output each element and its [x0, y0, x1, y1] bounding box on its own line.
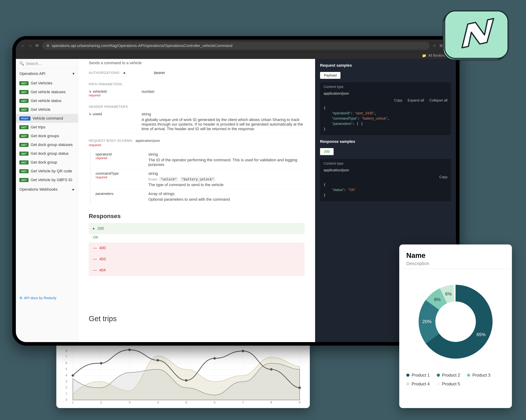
svg-text:4: 4 — [157, 401, 159, 404]
copy-button[interactable]: Copy — [439, 175, 447, 179]
donut-subtitle: Description — [406, 261, 505, 266]
back-icon[interactable]: ← — [21, 44, 25, 48]
responses-heading: Responses — [89, 213, 304, 219]
donut-chart: 65%20%8%6% — [410, 276, 501, 367]
donut-slice-label: 20% — [422, 319, 432, 324]
screen: ← → ⟳ ⚙ operations.api.urbansharing.com/… — [16, 39, 456, 342]
collapse-all-button[interactable]: Collapse all — [429, 98, 447, 102]
legend-swatch — [437, 382, 440, 386]
method-badge: POST — [19, 117, 30, 120]
method-badge: GET — [19, 108, 29, 112]
param-row: commandTyperequired string Enum: "unlock… — [96, 169, 304, 189]
sidebar-item[interactable]: GETGet dock group — [16, 158, 78, 167]
body-schema-label: REQUEST BODY SCHEMA: — [89, 139, 133, 142]
forward-icon[interactable]: → — [28, 44, 32, 48]
section-operations-api[interactable]: Operations API ▾ — [16, 68, 78, 79]
donut-slice-label: 8% — [434, 297, 441, 302]
legend-item: Product 5 — [437, 381, 460, 386]
legend-swatch — [406, 382, 409, 386]
sidebar-item[interactable]: GETGet vehicle statuses — [16, 88, 78, 96]
search-icon: 🔍 — [19, 61, 24, 66]
method-badge: GET — [19, 125, 29, 129]
legend-swatch — [437, 374, 440, 377]
expand-all-button[interactable]: Expand all — [407, 98, 424, 102]
svg-text:8: 8 — [270, 401, 272, 404]
sidebar-item[interactable]: GETGet vehicle status — [16, 96, 78, 105]
svg-text:1: 1 — [65, 392, 67, 395]
sidebar-item[interactable]: POSTVehicle command — [16, 114, 78, 123]
browser-chrome: ← → ⟳ ⚙ operations.api.urbansharing.com/… — [16, 39, 456, 52]
donut-card: Name Description 65%20%8%6% Product 1Pro… — [399, 244, 512, 408]
svg-text:2: 2 — [65, 386, 67, 389]
response-400[interactable]: —400 — [89, 243, 304, 254]
svg-text:3: 3 — [129, 401, 131, 404]
param-row: parameters Array of stringsOptional para… — [96, 189, 304, 204]
legend-swatch — [406, 374, 409, 377]
svg-text:5: 5 — [185, 401, 187, 404]
response-403[interactable]: —403 — [89, 254, 304, 265]
folder-icon: 📁 — [422, 53, 426, 58]
chevron-down-icon: ▾ — [72, 71, 74, 76]
svg-text:2: 2 — [100, 401, 102, 404]
sidebar-item-label: Get trips — [31, 125, 45, 129]
sidebar-item-label: Get Vehicles — [31, 81, 52, 86]
svg-text:3: 3 — [65, 380, 67, 383]
svg-text:6: 6 — [65, 361, 67, 365]
svg-point-42 — [185, 379, 187, 382]
sidebar-item-label: Get dock groups — [31, 134, 59, 138]
svg-text:7: 7 — [65, 355, 67, 359]
arrow-icon: ↳ — [89, 89, 93, 93]
sidebar-item[interactable]: GETGet dock groups — [16, 132, 78, 140]
legend-item: Product 4 — [406, 381, 430, 386]
content-type-value: application/json — [320, 91, 451, 96]
sidebar-item-label: Get dock group — [31, 160, 57, 165]
response-404[interactable]: —404 — [89, 265, 304, 276]
redocly-footer[interactable]: ⚙ API docs by Redocly — [16, 293, 78, 303]
svg-text:8: 8 — [65, 349, 67, 353]
response-200-tab[interactable]: 200 — [320, 148, 334, 156]
svg-point-40 — [128, 349, 131, 351]
bookmark-bar: 📁 All Bookmarks — [16, 52, 456, 59]
method-badge: GET — [19, 99, 29, 103]
content-type-label: Content type — [320, 159, 451, 168]
sidebar-item-label: Get dock group statuses — [31, 142, 72, 147]
svg-point-39 — [100, 362, 102, 364]
donut-title: Name — [406, 252, 505, 259]
star-icon[interactable]: ☆ — [433, 43, 436, 48]
content-type-value: application/json — [320, 168, 451, 172]
sidebar-item[interactable]: GETGet trips — [16, 123, 78, 132]
copy-button[interactable]: Copy — [394, 98, 402, 102]
request-json: { "operatorId": "oper_2435", "commandTyp… — [320, 105, 451, 132]
reload-icon[interactable]: ⟳ — [35, 44, 39, 48]
sidebar-item[interactable]: GETGet Vehicle — [16, 105, 78, 114]
svg-text:0: 0 — [65, 398, 67, 401]
svg-point-44 — [242, 350, 244, 352]
method-badge: GET — [19, 81, 29, 85]
svg-text:4: 4 — [65, 374, 67, 377]
legend-item: Product 2 — [437, 373, 460, 378]
doc-content: Sends a command to a vehicle AUTHORIZATI… — [78, 59, 315, 342]
sidebar-item[interactable]: GETGet Vehicle by QR code — [16, 167, 78, 176]
sidebar-item[interactable]: GETGet Vehicles — [16, 79, 78, 88]
svg-point-43 — [213, 357, 216, 360]
lock-icon: ⚙ — [46, 44, 49, 48]
address-bar[interactable]: ⚙ operations.api.urbansharing.com/#tag/O… — [42, 42, 430, 50]
sidebar-item[interactable]: GETGet Vehicle by GBFS ID — [16, 176, 78, 184]
donut-slice-label: 65% — [476, 332, 486, 337]
sidebar-item[interactable]: GETGet dock group status — [16, 149, 78, 158]
search-input[interactable]: 🔍 Search... — [16, 59, 78, 68]
method-badge: GET — [19, 152, 29, 156]
sidebar-item-label: Get Vehicle by GBFS ID — [31, 178, 72, 182]
sidebar-item[interactable]: GETGet dock group statuses — [16, 140, 78, 149]
response-200[interactable]: ▸200 — [89, 223, 304, 234]
line-chart: 987 654 321 0 123 456 789 — [62, 342, 304, 404]
endpoint-description: Sends a command to a vehicle — [89, 59, 304, 65]
method-badge: GET — [19, 169, 29, 173]
chevron-right-icon[interactable]: ▸ — [124, 70, 126, 75]
section-webhooks[interactable]: Operations Webhooks ▸ — [16, 184, 78, 195]
legend-item: Product 1 — [406, 373, 430, 378]
donut-slice-label: 6% — [445, 291, 452, 296]
next-section-heading: Get trips — [89, 314, 304, 323]
payload-tab[interactable]: Payload — [320, 72, 340, 79]
svg-text:9: 9 — [299, 401, 301, 404]
